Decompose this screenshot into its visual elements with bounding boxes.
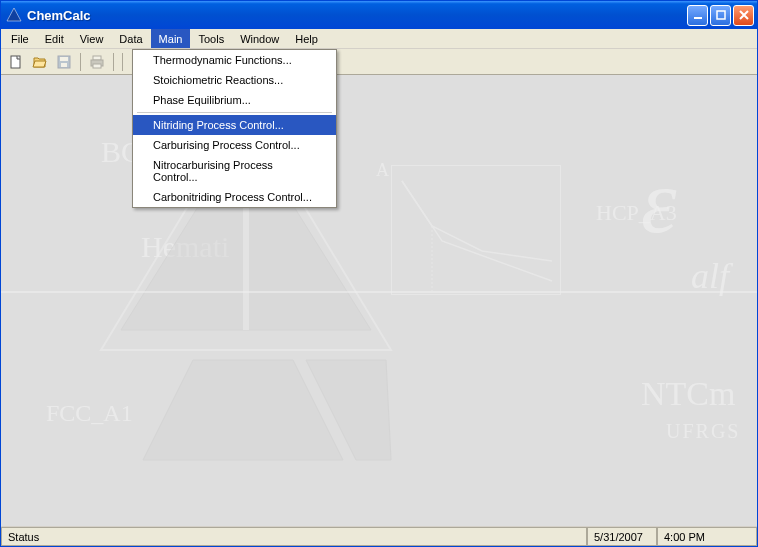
menu-edit[interactable]: Edit [37,29,72,48]
window-controls [687,5,754,26]
menu-help[interactable]: Help [287,29,326,48]
menu-item-thermodynamic[interactable]: Thermodynamic Functions... [133,50,336,70]
maximize-button[interactable] [710,5,731,26]
menu-item-stoichiometric[interactable]: Stoichiometric Reactions... [133,70,336,90]
bg-text-ufrgs: UFRGS [666,420,740,443]
content-area: BC Hemati FCC_A1 HCP_A3 alf NTCm UFRGS A… [1,75,757,526]
status-date: 5/31/2007 [587,527,657,546]
app-window: ChemCalc File Edit View Data Main Tools … [0,0,758,547]
status-text: Status [1,527,587,546]
svg-rect-6 [61,63,67,67]
save-button [53,51,75,73]
svg-rect-2 [717,11,725,19]
svg-marker-0 [7,8,21,21]
menu-data[interactable]: Data [111,29,150,48]
close-button[interactable] [733,5,754,26]
bg-horizontal-line [1,291,757,293]
svg-rect-1 [694,17,702,19]
toolbar-separator [80,53,81,71]
new-button[interactable] [5,51,27,73]
toolbar [1,49,757,75]
menu-view[interactable]: View [72,29,112,48]
menu-item-phase-equilibrium[interactable]: Phase Equilibrium... [133,90,336,110]
toolbar-separator [122,53,123,71]
toolbar-separator [113,53,114,71]
menu-window[interactable]: Window [232,29,287,48]
menu-item-nitrocarburising[interactable]: Nitrocarburising Process Control... [133,155,336,187]
menu-item-carburising[interactable]: Carburising Process Control... [133,135,336,155]
menu-item-carbonitriding[interactable]: Carbonitriding Process Control... [133,187,336,207]
print-button [86,51,108,73]
menu-file[interactable]: File [3,29,37,48]
window-title: ChemCalc [27,8,687,23]
main-dropdown-menu: Thermodynamic Functions... Stoichiometri… [132,49,337,208]
svg-rect-9 [93,64,101,68]
menu-main[interactable]: Main [151,29,191,48]
app-icon [6,7,22,23]
bg-text-ntcm: NTCm [641,375,735,413]
svg-rect-7 [93,56,101,60]
statusbar: Status 5/31/2007 4:00 PM [1,526,757,546]
menu-tools[interactable]: Tools [190,29,232,48]
bg-chart-rect [391,165,561,295]
minimize-button[interactable] [687,5,708,26]
dropdown-separator [137,112,332,113]
bg-epsilon-icon: ε [641,150,676,253]
menubar: File Edit View Data Main Tools Window He… [1,29,757,49]
status-time: 4:00 PM [657,527,757,546]
titlebar: ChemCalc [1,1,757,29]
menu-item-nitriding[interactable]: Nitriding Process Control... [133,115,336,135]
svg-rect-5 [60,57,68,61]
open-button[interactable] [29,51,51,73]
